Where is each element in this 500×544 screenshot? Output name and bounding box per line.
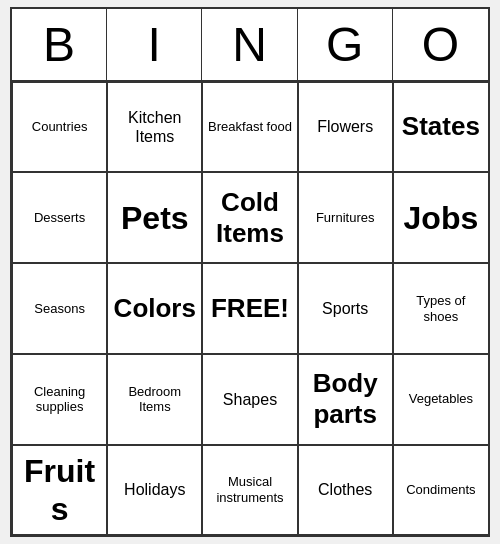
bingo-cell-1: Kitchen Items: [107, 82, 202, 173]
bingo-cell-15: Cleaning supplies: [12, 354, 107, 445]
bingo-cell-10: Seasons: [12, 263, 107, 354]
bingo-cell-19: Vegetables: [393, 354, 488, 445]
cell-text: Colors: [114, 293, 196, 324]
cell-text: States: [402, 111, 480, 142]
bingo-card: BINGO CountriesKitchen ItemsBreakfast fo…: [10, 7, 490, 538]
cell-text: FREE!: [211, 293, 289, 324]
cell-text: Pets: [121, 199, 189, 237]
bingo-letter-B: B: [12, 9, 107, 80]
cell-text: Jobs: [404, 199, 479, 237]
bingo-cell-20: Fruits: [12, 445, 107, 536]
cell-text: Cleaning supplies: [17, 384, 102, 415]
cell-text: Seasons: [34, 301, 85, 317]
cell-text: Clothes: [318, 480, 372, 499]
bingo-cell-5: Desserts: [12, 172, 107, 263]
bingo-header: BINGO: [12, 9, 488, 82]
cell-text: Furnitures: [316, 210, 375, 226]
bingo-cell-18: Body parts: [298, 354, 393, 445]
cell-text: Vegetables: [409, 391, 473, 407]
cell-text: Condiments: [406, 482, 475, 498]
bingo-cell-17: Shapes: [202, 354, 297, 445]
bingo-letter-O: O: [393, 9, 488, 80]
bingo-cell-21: Holidays: [107, 445, 202, 536]
bingo-cell-4: States: [393, 82, 488, 173]
bingo-cell-23: Clothes: [298, 445, 393, 536]
cell-text: Countries: [32, 119, 88, 135]
cell-text: Breakfast food: [208, 119, 292, 135]
bingo-cell-24: Condiments: [393, 445, 488, 536]
cell-text: Fruits: [17, 452, 102, 529]
bingo-cell-0: Countries: [12, 82, 107, 173]
cell-text: Flowers: [317, 117, 373, 136]
cell-text: Cold Items: [207, 187, 292, 249]
cell-text: Sports: [322, 299, 368, 318]
bingo-cell-8: Furnitures: [298, 172, 393, 263]
bingo-grid: CountriesKitchen ItemsBreakfast foodFlow…: [12, 82, 488, 536]
cell-text: Types of shoes: [398, 293, 484, 324]
bingo-cell-6: Pets: [107, 172, 202, 263]
bingo-cell-3: Flowers: [298, 82, 393, 173]
bingo-cell-7: Cold Items: [202, 172, 297, 263]
cell-text: Shapes: [223, 390, 277, 409]
bingo-letter-G: G: [298, 9, 393, 80]
cell-text: Desserts: [34, 210, 85, 226]
bingo-letter-N: N: [202, 9, 297, 80]
cell-text: Holidays: [124, 480, 185, 499]
bingo-cell-11: Colors: [107, 263, 202, 354]
cell-text: Musical instruments: [207, 474, 292, 505]
bingo-letter-I: I: [107, 9, 202, 80]
cell-text: Kitchen Items: [112, 108, 197, 146]
bingo-cell-14: Types of shoes: [393, 263, 488, 354]
bingo-cell-12: FREE!: [202, 263, 297, 354]
cell-text: Bedroom Items: [112, 384, 197, 415]
bingo-cell-2: Breakfast food: [202, 82, 297, 173]
bingo-cell-16: Bedroom Items: [107, 354, 202, 445]
bingo-cell-22: Musical instruments: [202, 445, 297, 536]
bingo-cell-13: Sports: [298, 263, 393, 354]
bingo-cell-9: Jobs: [393, 172, 488, 263]
cell-text: Body parts: [303, 368, 388, 430]
